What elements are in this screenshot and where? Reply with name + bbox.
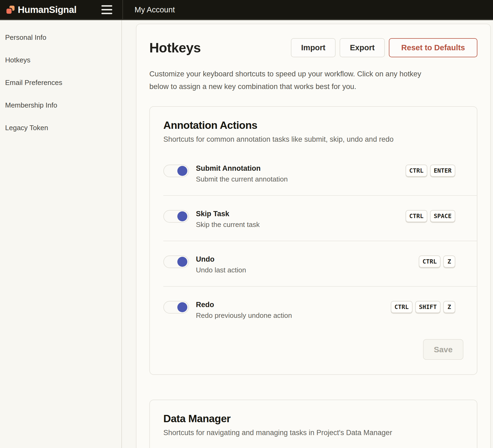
hamburger-menu-icon[interactable]: [101, 5, 112, 14]
hotkey-row: UndoUndo last actionCTRLZ: [163, 241, 477, 286]
toggle-switch[interactable]: [163, 301, 189, 314]
sidebar-item-membership-info[interactable]: Membership Info: [0, 94, 121, 116]
hotkey-key-combo: CTRLZ: [419, 255, 455, 268]
import-button[interactable]: Import: [291, 38, 336, 57]
save-row: Save: [163, 339, 463, 360]
hotkey-description: Skip the current task: [196, 220, 260, 229]
key-chip[interactable]: CTRL: [419, 255, 441, 268]
hotkey-description: Undo last action: [196, 265, 246, 275]
hotkey-title: Undo: [196, 255, 246, 264]
topbar: HumanSignal My Account: [0, 0, 493, 20]
brand-name: HumanSignal: [18, 4, 76, 15]
hotkeys-panel: Hotkeys Import Export Reset to Defaults …: [136, 24, 491, 448]
brand-logo[interactable]: HumanSignal: [6, 4, 76, 15]
hotkey-text: Submit AnnotationSubmit the current anno…: [196, 164, 288, 184]
section-title: Data Manager: [163, 413, 463, 425]
key-chip[interactable]: Z: [443, 301, 455, 313]
page-breadcrumb-title: My Account: [135, 5, 175, 14]
sidebar-menu: Personal Info Hotkeys Email Preferences …: [0, 26, 121, 139]
key-chip[interactable]: CTRL: [391, 301, 413, 313]
toggle-knob: [177, 257, 187, 267]
topbar-divider: [122, 0, 123, 19]
sidebar-item-hotkeys[interactable]: Hotkeys: [0, 49, 121, 71]
sidebar-item-legacy-token[interactable]: Legacy Token: [0, 116, 121, 139]
hotkey-description: Redo previously undone action: [196, 311, 292, 320]
toggle-knob: [177, 302, 187, 312]
key-chip[interactable]: SHIFT: [415, 301, 441, 313]
section-data-manager: Data Manager Shortcuts for navigating an…: [149, 400, 477, 448]
hotkey-row: Submit AnnotationSubmit the current anno…: [163, 150, 477, 195]
export-button[interactable]: Export: [340, 38, 385, 57]
toggle-switch[interactable]: [163, 165, 189, 177]
hotkey-title: Redo: [196, 300, 292, 309]
section-title: Annotation Actions: [163, 119, 463, 131]
key-chip[interactable]: CTRL: [406, 210, 427, 222]
toggle-knob: [177, 166, 187, 176]
section-subtitle: Shortcuts for navigating and managing ta…: [163, 428, 463, 437]
hotkey-key-combo: CTRLSPACE: [406, 210, 455, 222]
hamburger-bar: [101, 13, 112, 14]
key-chip[interactable]: SPACE: [430, 210, 455, 222]
hamburger-bar: [101, 9, 112, 10]
hotkey-text: UndoUndo last action: [196, 255, 246, 275]
hotkey-key-combo: CTRLSHIFTZ: [391, 301, 455, 313]
key-chip[interactable]: ENTER: [430, 165, 455, 177]
hotkey-key-combo: CTRLENTER: [406, 165, 455, 177]
hamburger-bar: [101, 5, 112, 6]
key-chip[interactable]: Z: [443, 255, 455, 268]
reset-to-defaults-button[interactable]: Reset to Defaults: [389, 38, 477, 57]
main-area: Hotkeys Import Export Reset to Defaults …: [122, 20, 493, 448]
toggle-knob: [177, 211, 187, 221]
humansignal-logo-icon: [6, 6, 15, 14]
hotkey-row: RedoRedo previously undone actionCTRLSHI…: [163, 286, 477, 332]
hotkey-row: Skip TaskSkip the current taskCTRLSPACE: [163, 195, 477, 241]
hotkeys-header: Hotkeys Import Export Reset to Defaults: [149, 38, 477, 57]
hotkey-rows: Submit AnnotationSubmit the current anno…: [163, 150, 477, 332]
section-subtitle: Shortcuts for common annotation tasks li…: [163, 135, 463, 144]
hotkey-title: Submit Annotation: [196, 164, 288, 173]
hotkey-text: RedoRedo previously undone action: [196, 300, 292, 320]
save-button[interactable]: Save: [423, 339, 463, 360]
hotkey-text: Skip TaskSkip the current task: [196, 209, 260, 229]
header-buttons: Import Export Reset to Defaults: [291, 38, 477, 57]
logo-square-coral: [6, 9, 12, 14]
page-description: Customize your keyboard shortcuts to spe…: [149, 67, 477, 93]
account-sidebar: Personal Info Hotkeys Email Preferences …: [0, 20, 122, 448]
hotkey-description: Submit the current annotation: [196, 175, 288, 184]
toggle-switch[interactable]: [163, 210, 189, 223]
toggle-switch[interactable]: [163, 255, 189, 268]
key-chip[interactable]: CTRL: [406, 165, 427, 177]
page-title: Hotkeys: [149, 40, 201, 56]
section-annotation-actions: Annotation Actions Shortcuts for common …: [149, 106, 477, 375]
sidebar-item-email-preferences[interactable]: Email Preferences: [0, 71, 121, 94]
hotkey-title: Skip Task: [196, 209, 260, 218]
sidebar-item-personal-info[interactable]: Personal Info: [0, 26, 121, 49]
